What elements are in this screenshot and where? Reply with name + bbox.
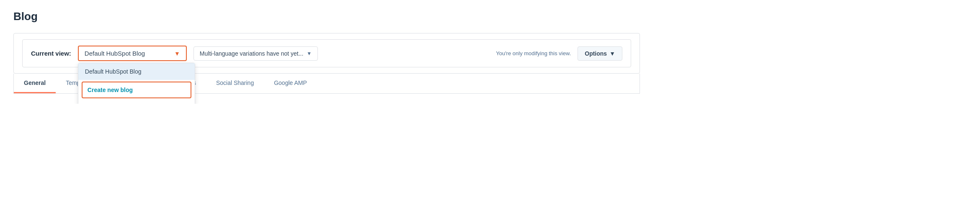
blog-selector-arrow-icon: ▼ bbox=[174, 50, 180, 57]
page-title: Blog bbox=[13, 10, 640, 23]
current-view-label: Current view: bbox=[31, 50, 71, 57]
dropdown-item-default[interactable]: Default HubSpot Blog bbox=[78, 63, 195, 80]
options-button-label: Options bbox=[585, 50, 607, 57]
current-view-bar: Current view: Default HubSpot Blog ▼ Def… bbox=[22, 39, 631, 67]
tab-social-sharing[interactable]: Social Sharing bbox=[206, 74, 264, 93]
language-selector-text: Multi-language variations have not yet..… bbox=[200, 50, 303, 57]
blog-selector-wrapper: Default HubSpot Blog ▼ Default HubSpot B… bbox=[78, 46, 187, 61]
dropdown-item-import[interactable]: Import blog bbox=[78, 100, 195, 104]
page-container: Blog Current view: Default HubSpot Blog … bbox=[0, 0, 653, 104]
tab-google-amp[interactable]: Google AMP bbox=[264, 74, 317, 93]
tab-general[interactable]: General bbox=[14, 74, 56, 93]
view-note: You're only modifying this view. bbox=[496, 50, 571, 56]
language-selector-arrow-icon: ▼ bbox=[307, 51, 312, 56]
blog-dropdown-menu: Default HubSpot Blog Create new blog Imp… bbox=[78, 63, 195, 104]
dropdown-item-create-new[interactable]: Create new blog bbox=[82, 82, 191, 98]
current-view-section: Current view: Default HubSpot Blog ▼ Def… bbox=[13, 33, 640, 74]
blog-selector-dropdown[interactable]: Default HubSpot Blog ▼ bbox=[78, 46, 187, 61]
language-selector-dropdown[interactable]: Multi-language variations have not yet..… bbox=[193, 46, 318, 61]
tabs-spacer bbox=[317, 74, 640, 93]
blog-selector-text: Default HubSpot Blog bbox=[85, 50, 145, 57]
options-button[interactable]: Options ▼ bbox=[578, 46, 622, 61]
options-arrow-icon: ▼ bbox=[609, 50, 615, 57]
